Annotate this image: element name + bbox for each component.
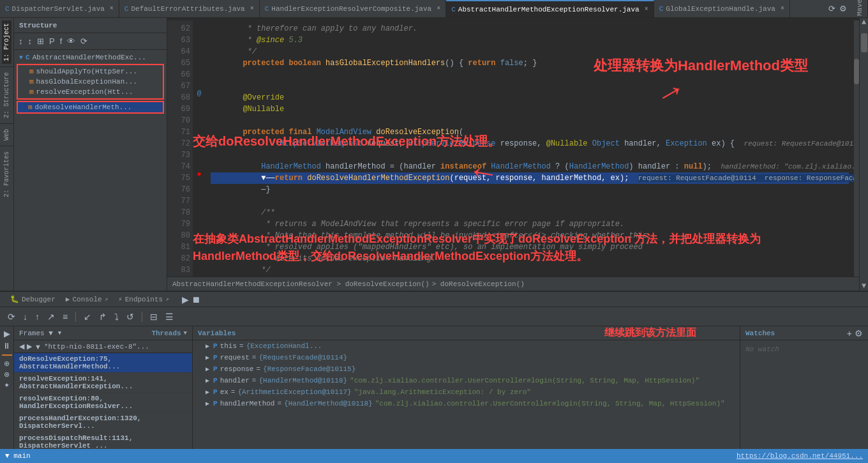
method-icon: m bbox=[28, 103, 33, 111]
tab-dispatcherservlet[interactable]: C DispatcherServlet.java × bbox=[0, 0, 119, 17]
settings2-button[interactable]: ☰ bbox=[163, 310, 176, 323]
favorites-tab[interactable]: 2: Favorites bbox=[2, 149, 11, 200]
toolbar-separator bbox=[75, 312, 76, 322]
var-item-response[interactable]: ▶ P response = {ResponseFacade@10115} bbox=[193, 363, 740, 375]
sort-alpha-button[interactable]: ↕ bbox=[17, 36, 25, 47]
var-item-request[interactable]: ▶ P request = {RequestFacade@10114} bbox=[193, 352, 740, 363]
debug-gutter: @ ● bbox=[193, 20, 206, 277]
debug-action1[interactable]: ⊕ bbox=[4, 360, 10, 368]
frame-item-3[interactable]: processHandlerException:1320, Dispatcher… bbox=[14, 413, 192, 432]
highlighted-methods-group: m shouldApplyTo(HttpSer... m hasGlobalEx… bbox=[17, 64, 164, 100]
code-line bbox=[211, 69, 849, 80]
refresh-button[interactable]: ⟳ bbox=[828, 4, 835, 13]
java-icon: C bbox=[124, 5, 129, 13]
debug-panel-header: 🐛 Debugger ▶ Console ↗ ⚡ Endpoints ↗ ▶ ⏹ bbox=[0, 292, 868, 307]
scroll-up-button[interactable]: ▲ bbox=[860, 18, 868, 27]
tree-item-doresolvehandler[interactable]: m doResolveHandlerMeth... bbox=[18, 102, 163, 112]
filter2-button[interactable]: f bbox=[58, 36, 64, 47]
tab-handlerexceptionresolvercomposite[interactable]: C HandlerExceptionResolverComposite.java… bbox=[260, 0, 446, 17]
debug-tab-console[interactable]: ▶ Console ↗ bbox=[61, 292, 113, 307]
java-icon: C bbox=[265, 5, 269, 13]
debug-side-panel: ▶ ⏸ ⊕ ⊗ ✦ bbox=[0, 326, 14, 463]
toolbar-separator2 bbox=[142, 312, 142, 322]
endpoints-icon: ⚡ bbox=[118, 295, 123, 303]
watch-settings-button[interactable]: ⚙ bbox=[855, 328, 863, 338]
frames-header: Frames ▼ ▼ Threads ▼ bbox=[14, 326, 192, 340]
code-line: * therefore can apply to any handler. bbox=[211, 23, 849, 34]
tree-item-class[interactable]: ▼ C AbstractHandlerMethodExc... bbox=[14, 52, 167, 63]
var-item-this[interactable]: ▶ P this = {ExceptionHandl... bbox=[193, 340, 740, 352]
project-tab[interactable]: 1: Project bbox=[2, 20, 11, 64]
force-step-button[interactable]: ⤵ bbox=[112, 310, 121, 323]
thread-filter-button[interactable]: ▼ bbox=[34, 343, 41, 351]
tree-item-label: AbstractHandlerMethodExc... bbox=[33, 54, 146, 61]
expand-all-button[interactable]: ⊞ bbox=[35, 36, 46, 47]
step-into-button[interactable]: ↓ bbox=[20, 310, 30, 323]
watches-panel: Watches + ⚙ No watch bbox=[740, 326, 868, 463]
web-tab[interactable]: Web bbox=[2, 126, 11, 143]
debug-action3[interactable]: ✦ bbox=[4, 381, 10, 390]
left-panel-tabs: 1: Project 2: Structure Web 2: Favorites bbox=[0, 18, 14, 291]
debug-action2[interactable]: ⊗ bbox=[4, 370, 10, 379]
refresh-structure-button[interactable]: ⟳ bbox=[79, 36, 89, 47]
tree-item-resolveexception[interactable]: m resolveException(Htt... bbox=[19, 87, 161, 97]
tree-item-shouldapplyto[interactable]: m shouldApplyTo(HttpSer... bbox=[19, 66, 161, 77]
selected-method-group: m doResolveHandlerMeth... bbox=[17, 101, 164, 114]
run-to-cursor-button[interactable]: ↗ bbox=[45, 310, 57, 323]
maven-tab[interactable]: Maven bbox=[852, 0, 868, 17]
tab-defaulterrorattributes[interactable]: C DefaultErrorAttributes.java × bbox=[119, 0, 260, 17]
variables-label: Variables bbox=[198, 330, 236, 337]
frames-panel: Frames ▼ ▼ Threads ▼ ◀ ▶ ▼ *http-nio-881… bbox=[14, 326, 193, 463]
annotation-jumptomethod: 继续跳到该方法里面 bbox=[604, 326, 696, 340]
vertical-scrollbar[interactable] bbox=[854, 20, 859, 277]
settings-button[interactable]: ⚙ bbox=[839, 4, 847, 13]
scroll-down-button[interactable]: ▼ bbox=[860, 282, 868, 291]
visibility-button[interactable]: 👁 bbox=[65, 36, 77, 47]
smart-step-button[interactable]: ↺ bbox=[124, 310, 137, 323]
step-over-button[interactable]: ⟳ bbox=[5, 310, 18, 323]
frame-item-2[interactable]: resolveException:80, HandlerExceptionRes… bbox=[14, 393, 192, 413]
var-item-handler[interactable]: ▶ P handler = {HandlerMethod@10118} "com… bbox=[193, 375, 740, 386]
thread-prev-button[interactable]: ◀ bbox=[19, 342, 24, 351]
tab-close-icon[interactable]: × bbox=[110, 5, 114, 12]
step-out-button[interactable]: ↑ bbox=[33, 310, 42, 323]
tab-close-icon[interactable]: × bbox=[781, 5, 784, 12]
frame-item-1[interactable]: resolveException:141, AbstractHandlerExc… bbox=[14, 373, 192, 393]
variables-panel: Variables 继续跳到该方法里面 ▶ P this = {Exceptio… bbox=[193, 326, 740, 463]
pause-button[interactable]: ⏸ bbox=[3, 341, 11, 351]
code-line: HttpServletRequest request, HttpServletR… bbox=[211, 138, 849, 149]
debug-tab-endpoints[interactable]: ⚡ Endpoints ↗ bbox=[113, 292, 174, 307]
filter-button[interactable]: P bbox=[47, 36, 57, 47]
structure-tab-left[interactable]: 2: Structure bbox=[2, 70, 11, 121]
watch-add-button[interactable]: + bbox=[847, 328, 852, 338]
tab-abstracthandlermethodexceptionresolver[interactable]: C AbstractHandlerMethodExceptionResolver… bbox=[446, 0, 654, 17]
sidebar-title: Structure bbox=[14, 18, 167, 33]
scrollbar-thumb[interactable] bbox=[861, 33, 867, 52]
code-line: protected final ModelAndView doResolveEx… bbox=[211, 126, 849, 138]
sort-visibility-button[interactable]: ↕ bbox=[26, 36, 34, 47]
code-line: HandlerMethod handlerMethod = (handler i… bbox=[211, 161, 849, 172]
tab-close-icon[interactable]: × bbox=[645, 6, 648, 13]
expand-icon: ▼ bbox=[19, 54, 23, 61]
tree-item-label: doResolveHandlerMeth... bbox=[35, 103, 132, 111]
mute-button[interactable]: ⊟ bbox=[147, 310, 160, 323]
tab-globalexceptionhandle[interactable]: C GlobalExceptionHandle.java × bbox=[654, 0, 790, 17]
tab-close-icon[interactable]: × bbox=[250, 5, 254, 12]
debug-run-button[interactable]: ▶ bbox=[182, 294, 189, 305]
thread-next-button[interactable]: ▶ bbox=[27, 342, 32, 351]
debug-stop-button[interactable]: ⏹ bbox=[191, 294, 200, 305]
var-item-handlermethod[interactable]: ▶ P handlerMethod = {HandlerMethod@10118… bbox=[193, 398, 740, 409]
tree-item-label: shouldApplyTo(HttpSer... bbox=[36, 68, 137, 75]
var-item-ex[interactable]: ▶ P ex = {ArithmeticException@10117} "ja… bbox=[193, 386, 740, 398]
code-line: —} bbox=[211, 184, 849, 195]
evaluate-button[interactable]: ≡ bbox=[60, 310, 70, 323]
watch-return-button[interactable]: ↱ bbox=[96, 310, 109, 323]
frame-item-0[interactable]: doResolveException:75, AbstractHandlerMe… bbox=[14, 353, 192, 373]
tab-close-icon[interactable]: × bbox=[437, 5, 440, 12]
debug-tab-debugger[interactable]: 🐛 Debugger bbox=[5, 292, 61, 307]
status-url[interactable]: https://blog.csdn.net/44951... bbox=[737, 452, 863, 460]
frames-button[interactable]: ↙ bbox=[81, 310, 94, 323]
code-line: protected boolean hasGlobalExceptionHand… bbox=[211, 57, 849, 69]
resume-button[interactable]: ▶ bbox=[4, 329, 10, 338]
tree-item-hasglobal[interactable]: m hasGlobalExceptionHan... bbox=[19, 77, 161, 87]
